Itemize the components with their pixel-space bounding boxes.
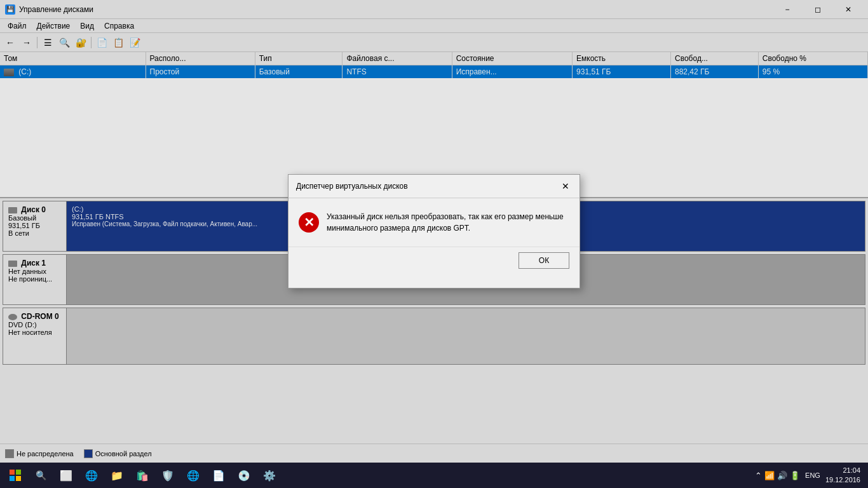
tray-network[interactable]: 📶	[764, 471, 775, 480]
edge-button[interactable]: 🌐	[79, 463, 104, 488]
dialog-title-bar: Диспетчер виртуальных дисков ✕	[288, 175, 580, 198]
dialog-close-button[interactable]: ✕	[559, 180, 572, 193]
clock-time: 21:04	[825, 466, 860, 475]
svg-rect-2	[10, 476, 15, 481]
clock-date: 19.12.2016	[825, 475, 860, 485]
taskbar-right: ⌃ 📶 🔊 🔋 ENG 21:04 19.12.2016	[755, 466, 865, 485]
dialog-message-line2: минимального размера для дисков GPT.	[327, 224, 470, 233]
clock[interactable]: 21:04 19.12.2016	[825, 466, 860, 485]
system-tray-icons: ⌃ 📶 🔊 🔋	[755, 471, 800, 480]
chrome-button[interactable]: 🌐	[180, 463, 206, 488]
taskbar: 🔍 ⬜ 🌐 📁 🛍️ 🛡️ 🌐 📄 💿 ⚙️ ⌃ 📶 🔊 🔋 ENG 21:04…	[0, 463, 868, 488]
dialog: Диспетчер виртуальных дисков ✕ ✕ Указанн…	[288, 174, 580, 288]
explorer-button[interactable]: 📁	[104, 463, 130, 488]
lang-indicator[interactable]: ENG	[805, 471, 820, 479]
svg-rect-0	[10, 470, 15, 475]
search-button[interactable]: 🔍	[28, 463, 53, 488]
dialog-title: Диспетчер виртуальных дисков	[296, 182, 408, 191]
start-button[interactable]	[3, 463, 28, 488]
tray-volume[interactable]: 🔊	[777, 471, 787, 480]
tray-battery[interactable]: 🔋	[790, 471, 800, 480]
tray-arrow[interactable]: ⌃	[755, 471, 762, 480]
dialog-message-line1: Указанный диск нельзя преобразовать, так…	[327, 212, 564, 221]
dialog-overlay: Диспетчер виртуальных дисков ✕ ✕ Указанн…	[0, 0, 868, 463]
dialog-error-icon: ✕	[299, 212, 319, 233]
avast-button[interactable]: 🛡️	[155, 463, 180, 488]
dialog-footer: ОК	[288, 247, 580, 279]
svg-rect-1	[16, 470, 21, 475]
svg-rect-3	[16, 476, 21, 481]
taskview-button[interactable]: ⬜	[53, 463, 79, 488]
dialog-body: ✕ Указанный диск нельзя преобразовать, т…	[288, 198, 580, 244]
dialog-ok-button[interactable]: ОК	[519, 252, 569, 269]
extra-button[interactable]: ⚙️	[257, 463, 282, 488]
daemon-button[interactable]: 💿	[231, 463, 257, 488]
dialog-message: Указанный диск нельзя преобразовать, так…	[327, 211, 569, 234]
files-button[interactable]: 📄	[206, 463, 231, 488]
store-button[interactable]: 🛍️	[130, 463, 155, 488]
